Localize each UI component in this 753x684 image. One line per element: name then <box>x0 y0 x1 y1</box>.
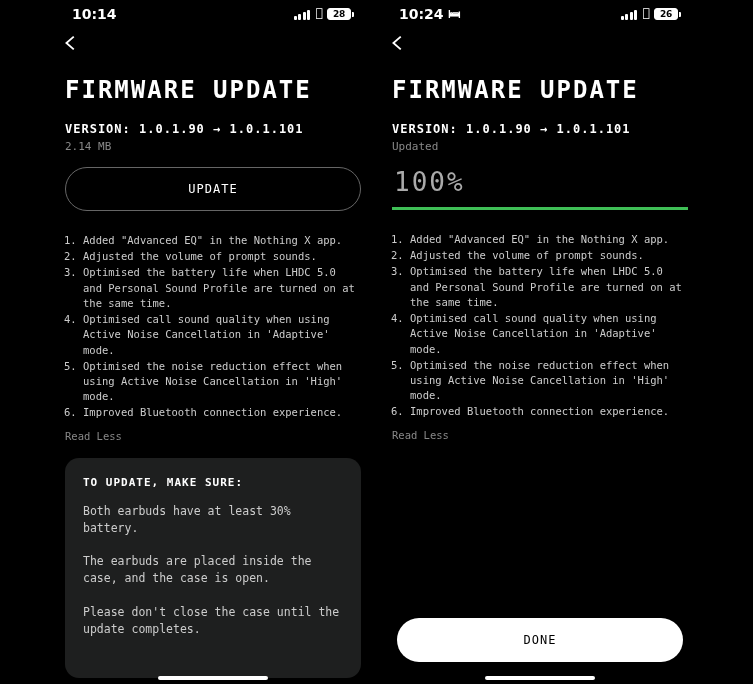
version-line: VERSION: 1.0.1.90 → 1.0.1.101 <box>65 122 361 136</box>
back-button[interactable] <box>50 22 376 58</box>
read-less-link[interactable]: Read Less <box>392 429 449 441</box>
status-right: 􀙇 28 <box>294 7 354 21</box>
release-note-item: Adjusted the volume of prompt sounds. <box>83 249 361 264</box>
update-button[interactable]: UPDATE <box>65 167 361 211</box>
battery-level: 26 <box>654 8 678 20</box>
release-note-item: Optimised call sound quality when using … <box>83 312 361 358</box>
wifi-icon: 􀙇 <box>643 6 650 20</box>
phone-left: 10:14 􀙇 28 FIRMWARE UPDATE VERSION: 1.0.… <box>50 0 376 684</box>
sleep-mode-icon: 🛏 <box>448 7 460 21</box>
page-title: FIRMWARE UPDATE <box>392 76 688 104</box>
progress-percent: 100% <box>394 167 688 197</box>
battery-icon: 26 <box>654 8 681 20</box>
instructions-heading: TO UPDATE, MAKE SURE: <box>83 476 343 489</box>
signal-icon <box>294 9 312 20</box>
status-time: 10:14 <box>72 6 117 22</box>
version-arrow-icon: → <box>213 122 221 136</box>
signal-icon <box>621 9 639 20</box>
release-note-item: Optimised the noise reduction effect whe… <box>83 359 361 405</box>
instruction-line: Please don't close the case until the up… <box>83 604 343 639</box>
back-arrow-icon <box>387 32 409 54</box>
version-from: 1.0.1.90 <box>466 122 532 136</box>
version-to: 1.0.1.101 <box>557 122 631 136</box>
update-size: 2.14 MB <box>65 140 361 153</box>
back-button[interactable] <box>377 22 703 58</box>
version-arrow-icon: → <box>540 122 548 136</box>
version-to: 1.0.1.101 <box>230 122 304 136</box>
back-arrow-icon <box>60 32 82 54</box>
release-note-item: Optimised the battery life when LHDC 5.0… <box>83 265 361 311</box>
progress-bar <box>392 207 688 210</box>
release-note-item: Improved Bluetooth connection experience… <box>410 404 688 419</box>
status-bar: 10:24 🛏 􀙇 26 <box>377 0 703 22</box>
release-note-item: Added "Advanced EQ" in the Nothing X app… <box>83 233 361 248</box>
release-note-item: Improved Bluetooth connection experience… <box>83 405 361 420</box>
status-bar: 10:14 􀙇 28 <box>50 0 376 22</box>
instruction-line: Both earbuds have at least 30% battery. <box>83 503 343 538</box>
read-less-link[interactable]: Read Less <box>65 430 122 442</box>
progress-fill <box>392 207 688 210</box>
status-right: 􀙇 26 <box>621 7 681 21</box>
release-note-item: Added "Advanced EQ" in the Nothing X app… <box>410 232 688 247</box>
wifi-icon: 􀙇 <box>316 6 323 20</box>
home-indicator[interactable] <box>485 676 595 680</box>
version-from: 1.0.1.90 <box>139 122 205 136</box>
phone-right: 10:24 🛏 􀙇 26 FIRMWARE UPDATE VERSION: 1.… <box>377 0 703 684</box>
instruction-line: The earbuds are placed inside the case, … <box>83 553 343 588</box>
battery-icon: 28 <box>327 8 354 20</box>
content-area: FIRMWARE UPDATE VERSION: 1.0.1.90 → 1.0.… <box>50 58 376 684</box>
status-time-group: 10:24 🛏 <box>399 6 460 22</box>
home-indicator[interactable] <box>158 676 268 680</box>
battery-level: 28 <box>327 8 351 20</box>
release-notes-list: Added "Advanced EQ" in the Nothing X app… <box>65 233 361 421</box>
release-note-item: Optimised call sound quality when using … <box>410 311 688 357</box>
release-note-item: Adjusted the volume of prompt sounds. <box>410 248 688 263</box>
release-note-item: Optimised the noise reduction effect whe… <box>410 358 688 404</box>
release-notes-list: Added "Advanced EQ" in the Nothing X app… <box>392 232 688 420</box>
version-line: VERSION: 1.0.1.90 → 1.0.1.101 <box>392 122 688 136</box>
done-button[interactable]: DONE <box>397 618 683 662</box>
progress-section: 100% <box>392 167 688 210</box>
status-time: 10:24 <box>399 6 444 22</box>
page-title: FIRMWARE UPDATE <box>65 76 361 104</box>
version-label: VERSION: <box>392 122 458 136</box>
status-text: Updated <box>392 140 688 153</box>
version-label: VERSION: <box>65 122 131 136</box>
instructions-card: TO UPDATE, MAKE SURE: Both earbuds have … <box>65 458 361 679</box>
content-area: FIRMWARE UPDATE VERSION: 1.0.1.90 → 1.0.… <box>377 58 703 684</box>
release-note-item: Optimised the battery life when LHDC 5.0… <box>410 264 688 310</box>
